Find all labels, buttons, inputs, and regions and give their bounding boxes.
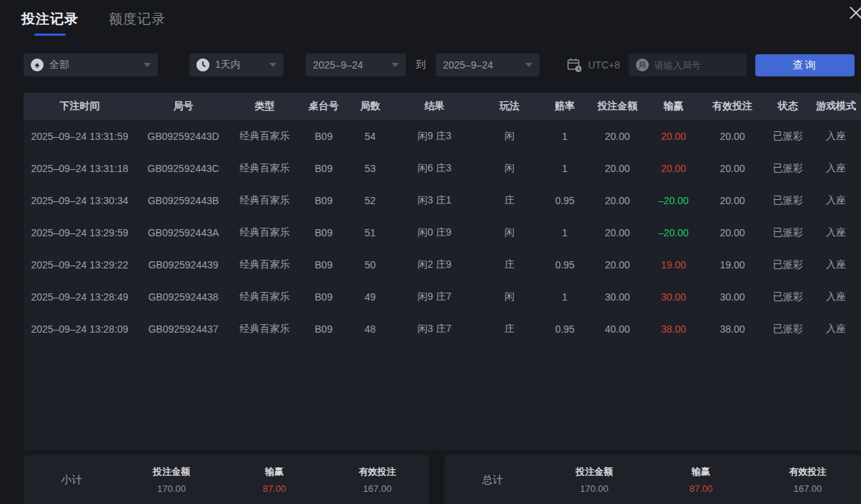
cell-result: 闲6 庄3 (392, 162, 477, 175)
cell-status: 已派彩 (765, 258, 811, 271)
cell-play: 庄 (477, 194, 542, 207)
calendar-clock-icon[interactable] (567, 57, 582, 73)
cell-round-no: 51 (349, 227, 392, 238)
cell-status: 已派彩 (765, 194, 811, 207)
cell-bet-amount: 20.00 (588, 227, 647, 238)
spade-icon: ♠ (31, 59, 44, 71)
cell-result: 闲0 庄9 (392, 226, 477, 239)
close-icon (846, 3, 861, 23)
total-panel: 总计 投注金额 170.00 输赢 87.00 有效投注 167.00 (444, 455, 861, 504)
chevron-down-icon (525, 63, 532, 67)
chevron-down-icon (392, 63, 399, 67)
cell-status: 已派彩 (765, 323, 811, 336)
total-label: 总计 (444, 473, 541, 487)
cell-play: 庄 (477, 258, 542, 271)
cell-round-id: GB0925924438 (136, 291, 231, 303)
cell-time: 2025–09–24 13:29:59 (24, 227, 136, 238)
query-button[interactable]: 查询 (755, 54, 855, 76)
cell-win-loss: 19.00 (647, 259, 700, 271)
time-range-select[interactable]: 1天内 (189, 54, 284, 76)
cell-game-type: 经典百家乐 (231, 291, 299, 303)
time-range-value: 1天内 (215, 59, 241, 71)
column-header: 游戏模式 (811, 100, 861, 113)
cell-round-no: 49 (349, 291, 392, 303)
cell-round-no: 53 (349, 163, 392, 174)
cell-play: 闲 (477, 226, 542, 239)
cell-result: 闲2 庄9 (392, 258, 477, 271)
cell-round-id: GB092592443A (136, 227, 231, 238)
cell-table-no: B09 (299, 195, 349, 206)
column-header: 投注金额 (588, 100, 647, 113)
cell-mode: 入座 (811, 130, 861, 143)
cell-odds: 1 (542, 291, 588, 303)
cell-result: 闲9 庄7 (392, 291, 477, 303)
table-body: 2025–09–24 13:31:59GB092592443D经典百家乐B095… (24, 120, 861, 345)
date-from-select[interactable]: 2025–9–24 (306, 54, 406, 76)
date-from-value: 2025–9–24 (313, 59, 363, 71)
cell-time: 2025–09–24 13:28:09 (24, 323, 136, 335)
column-header: 有效投注 (700, 100, 765, 113)
cell-game-type: 经典百家乐 (231, 194, 299, 207)
date-to-select[interactable]: 2025–9–24 (436, 54, 539, 76)
column-header: 玩法 (477, 100, 542, 113)
cell-mode: 入座 (811, 323, 861, 336)
round-number-icon: 局 (636, 59, 649, 71)
cell-valid-bet: 19.00 (700, 259, 765, 271)
close-button[interactable] (846, 3, 861, 25)
table-row: 2025–09–24 13:28:09GB0925924437经典百家乐B094… (24, 313, 861, 345)
cell-time: 2025–09–24 13:28:49 (24, 291, 136, 303)
cell-status: 已派彩 (765, 130, 811, 143)
cell-result: 闲9 庄3 (392, 130, 477, 143)
cell-time: 2025–09–24 13:31:18 (24, 163, 136, 174)
cell-valid-bet: 20.00 (700, 131, 765, 142)
game-type-value: 全部 (49, 59, 69, 71)
cell-round-id: GB092592443C (136, 163, 231, 174)
round-search-field[interactable]: 局 (629, 54, 747, 76)
cell-bet-amount: 20.00 (588, 195, 647, 206)
cell-win-loss: –20.00 (647, 195, 700, 206)
cell-valid-bet: 38.00 (700, 323, 765, 335)
cell-win-loss: 20.00 (647, 131, 700, 142)
table-header-row: 下注时间局号类型桌台号局数结果玩法赔率投注金额输赢有效投注状态游戏模式 (24, 93, 861, 120)
cell-bet-amount: 20.00 (588, 259, 647, 271)
table-row: 2025–09–24 13:31:18GB092592443C经典百家乐B095… (24, 152, 861, 184)
cell-result: 闲3 庄1 (392, 194, 477, 207)
game-type-select[interactable]: ♠ 全部 (24, 54, 158, 76)
cell-bet-amount: 30.00 (588, 291, 647, 303)
table-row: 2025–09–24 13:29:22GB0925924439经典百家乐B095… (24, 248, 861, 281)
cell-game-type: 经典百家乐 (231, 323, 299, 336)
column-header: 结果 (392, 100, 477, 113)
column-header: 局号 (136, 100, 231, 113)
cell-round-id: GB0925924439 (136, 259, 231, 271)
total-win-loss: 输赢 87.00 (647, 465, 754, 494)
cell-round-id: GB092592443D (136, 131, 231, 142)
column-header: 下注时间 (24, 100, 136, 113)
subtotal-win-loss: 输赢 87.00 (223, 465, 326, 494)
total-valid-bet: 有效投注 167.00 (755, 465, 861, 494)
tab-quota-records[interactable]: 额度记录 (109, 10, 166, 36)
cell-time: 2025–09–24 13:31:59 (24, 131, 136, 142)
cell-round-id: GB092592443B (136, 195, 231, 206)
cell-time: 2025–09–24 13:29:22 (24, 259, 136, 271)
timezone-label: UTC+8 (588, 59, 620, 71)
cell-win-loss: 20.00 (647, 163, 700, 174)
cell-win-loss: –20.00 (647, 227, 700, 238)
betting-records-table: 下注时间局号类型桌台号局数结果玩法赔率投注金额输赢有效投注状态游戏模式 2025… (24, 93, 861, 450)
chevron-down-icon (269, 63, 277, 67)
total-bet-amount: 投注金额 170.00 (541, 465, 647, 494)
cell-valid-bet: 20.00 (700, 163, 765, 174)
cell-result: 闲3 庄7 (392, 323, 477, 336)
cell-table-no: B09 (299, 163, 349, 174)
cell-play: 庄 (477, 323, 542, 336)
cell-round-no: 52 (349, 195, 392, 206)
cell-mode: 入座 (811, 291, 861, 303)
round-number-input[interactable] (655, 60, 740, 71)
cell-play: 闲 (477, 291, 542, 303)
cell-valid-bet: 30.00 (700, 291, 765, 303)
tab-betting-records[interactable]: 投注记录 (21, 10, 79, 36)
cell-odds: 0.95 (542, 323, 588, 335)
date-to-value: 2025–9–24 (443, 59, 493, 71)
cell-table-no: B09 (299, 323, 349, 335)
cell-mode: 入座 (811, 258, 861, 271)
cell-game-type: 经典百家乐 (231, 162, 299, 175)
